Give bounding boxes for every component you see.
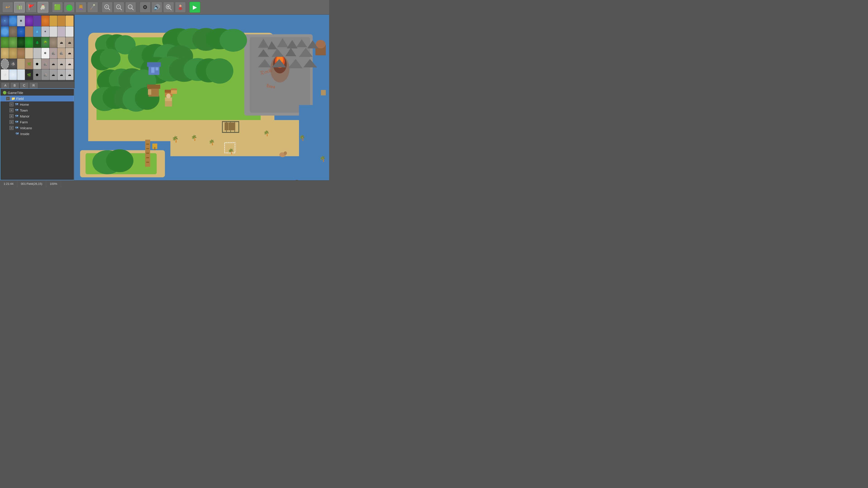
preview-button[interactable] [163, 2, 174, 13]
tile-cell[interactable] [57, 26, 65, 37]
tile-cell[interactable] [9, 69, 17, 80]
rectangle-button[interactable]: 🟩 [52, 2, 63, 13]
tile-cell[interactable]: ❄ [17, 15, 25, 26]
farm-toggle[interactable]: + [9, 120, 13, 124]
tree-item-farm[interactable]: + 🗺 Farm [0, 119, 74, 125]
tile-cell[interactable]: ⬟ [33, 59, 41, 69]
tab-r[interactable]: R [29, 82, 38, 88]
tile-cell[interactable] [66, 26, 73, 37]
tree-item-home[interactable]: − 🗺 Home [0, 101, 74, 107]
tile-cell[interactable]: ⛰ [66, 59, 73, 69]
tile-cell[interactable]: ❄ [41, 26, 49, 37]
tile-cell[interactable] [25, 48, 33, 59]
svg-text:🌴: 🌴 [191, 134, 197, 141]
tab-c[interactable]: C [20, 82, 29, 88]
tree-item-manor[interactable]: + 🗺 Manor [0, 113, 74, 119]
tile-cell[interactable]: ⚪ [1, 69, 9, 80]
field-toggle[interactable]: − [6, 96, 10, 101]
tile-cell[interactable]: ⛰ [66, 48, 73, 59]
svg-line-19 [108, 8, 110, 10]
tree-item-field[interactable]: − 📁 Field [0, 96, 74, 101]
map-button[interactable] [14, 2, 25, 13]
zoom-out-button[interactable] [114, 2, 124, 13]
tile-cell[interactable] [57, 15, 65, 26]
tree-item-gametitle[interactable]: 🟢 GameTitle [0, 90, 74, 96]
tile-cell[interactable]: ⛰ [57, 37, 65, 48]
svg-text:🌴: 🌴 [172, 135, 179, 143]
tile-cell[interactable] [25, 15, 33, 26]
town-toggle[interactable]: + [9, 108, 13, 112]
tile-cell[interactable]: ⛰ [57, 69, 65, 80]
tile-cell[interactable] [50, 37, 57, 48]
tile-cell[interactable]: • [1, 15, 9, 26]
tile-cell[interactable] [50, 15, 57, 26]
tile-cell[interactable]: ⛰ [57, 59, 65, 69]
tile-cell[interactable] [25, 37, 33, 48]
play-button[interactable]: ▶ [189, 2, 200, 13]
audio-button[interactable]: 🔊 [151, 2, 162, 13]
tile-cell[interactable] [17, 48, 25, 59]
tile-cell[interactable]: 💧 [33, 26, 41, 37]
tile-cell[interactable] [1, 48, 9, 59]
pencil-button[interactable] [37, 2, 49, 13]
bucket-button[interactable] [75, 2, 86, 13]
tile-cell[interactable] [9, 48, 17, 59]
eyedropper-button[interactable] [87, 2, 98, 13]
tile-cell[interactable] [50, 26, 57, 37]
tile-cell[interactable]: ⛰ [50, 69, 57, 80]
tile-cell[interactable] [17, 59, 25, 69]
map-canvas[interactable]: 𝓡𝓸𝓬𝓴 𝕷𝖆𝖛𝖆 [74, 15, 329, 180]
tile-cell[interactable] [9, 15, 17, 26]
tree-item-inside[interactable]: 🗺 Inside [0, 131, 74, 137]
svg-marker-8 [42, 4, 44, 5]
fill-button[interactable]: ⬤ [64, 2, 74, 13]
tile-cell[interactable] [9, 26, 17, 37]
tile-cell[interactable] [1, 26, 9, 37]
tile-cell[interactable]: 🪨 [50, 48, 57, 59]
settings-button[interactable]: ⚙ [140, 2, 151, 13]
svg-rect-84 [148, 90, 151, 95]
tile-cell[interactable]: 🪨 [41, 59, 49, 69]
zoom-reset-button[interactable]: 1:1 [125, 2, 136, 13]
tile-cell[interactable]: 🪨 [41, 69, 49, 80]
tile-cell[interactable]: ⛰ [66, 69, 73, 80]
tab-a[interactable]: A [1, 82, 10, 88]
tile-cell[interactable] [17, 37, 25, 48]
volcano-toggle[interactable]: + [9, 126, 13, 130]
home-toggle[interactable]: − [9, 102, 13, 106]
manor-toggle[interactable]: + [9, 114, 13, 118]
tab-b[interactable]: B [10, 82, 19, 88]
tile-cell[interactable]: 🌳 [41, 37, 49, 48]
tile-cell[interactable]: ⛰ [50, 59, 57, 69]
svg-rect-81 [156, 67, 158, 70]
tile-cell[interactable] [41, 15, 49, 26]
tile-cell[interactable]: 🪨 [57, 48, 65, 59]
map-tree[interactable]: 🟢 GameTitle − 📁 Field − 🗺 Home + [0, 88, 74, 180]
tile-cell[interactable] [1, 37, 9, 48]
character-button[interactable] [175, 2, 186, 13]
manor-icon: 🗺 [14, 114, 19, 119]
undo-button[interactable]: ↩ [2, 2, 13, 13]
tile-cell[interactable] [9, 37, 17, 48]
svg-point-71 [106, 149, 133, 172]
tile-cell[interactable] [17, 69, 25, 80]
tile-cell[interactable]: 🌲 [33, 37, 41, 48]
tile-cell[interactable] [33, 15, 41, 26]
tile-cell[interactable]: 🌿 [25, 59, 33, 69]
flag-button[interactable]: 🚩 [26, 2, 37, 13]
zoom-in-button[interactable] [102, 2, 113, 13]
tile-cell[interactable]: 🪨 [9, 59, 17, 69]
tile-cell[interactable]: ❄ [41, 48, 49, 59]
tree-item-town[interactable]: + 🗺 Town [0, 107, 74, 113]
tile-cell[interactable] [25, 26, 33, 37]
tile-cell[interactable]: 🌿 [25, 69, 33, 80]
tile-cell[interactable] [1, 59, 9, 69]
tile-cell[interactable] [66, 15, 73, 26]
tile-cell[interactable]: ⬟ [33, 69, 41, 80]
map-canvas-area[interactable]: 𝓡𝓸𝓬𝓴 𝕷𝖆𝖛𝖆 [74, 15, 329, 180]
tree-item-volcano[interactable]: + 🗺 Volcano [0, 125, 74, 131]
tile-cell[interactable]: ~ [17, 26, 25, 37]
tile-palette[interactable]: • ❄ ~ 💧 ❄ 🌲 🌳 [0, 15, 74, 81]
tile-cell[interactable] [33, 48, 41, 59]
tile-cell[interactable]: ⛰ [66, 37, 73, 48]
